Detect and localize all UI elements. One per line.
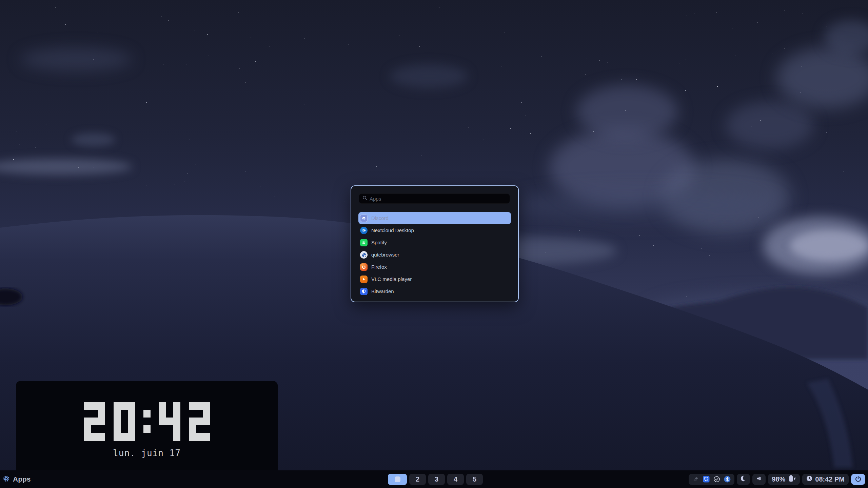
launcher-app-list: Discord Nextcloud Desktop Spotify qutebr… (358, 212, 511, 298)
vlc-app-icon (360, 276, 368, 283)
bitwarden-tray-icon[interactable] (703, 476, 710, 483)
search-input[interactable] (369, 196, 510, 202)
app-label: qutebrowser (371, 252, 399, 258)
volume-control[interactable] (752, 474, 766, 485)
status-bar: Apps 2 3 4 5 (0, 470, 868, 488)
active-window-indicator (395, 476, 400, 482)
apps-button[interactable]: Apps (3, 470, 31, 488)
app-label: Discord (371, 215, 389, 221)
app-label: VLC media player (371, 276, 412, 282)
launcher-item-qutebrowser[interactable]: qutebrowser (358, 249, 511, 261)
app-label: Nextcloud Desktop (371, 227, 414, 233)
app-launcher: Discord Nextcloud Desktop Spotify qutebr… (351, 185, 519, 302)
clock-widget: lun. juin 17 (16, 381, 278, 472)
workspace-label: 5 (473, 475, 476, 483)
launcher-item-spotify[interactable]: Spotify (358, 237, 511, 248)
moon-icon (740, 475, 747, 484)
app-label: Bitwarden (371, 288, 394, 294)
system-tray (689, 474, 734, 485)
workspace-2-button[interactable]: 2 (409, 474, 426, 485)
discord-app-icon (360, 215, 368, 222)
workspace-label: 3 (435, 475, 438, 483)
battery-indicator: 98% (768, 474, 800, 485)
gear-icon (3, 475, 10, 484)
spotify-app-icon (360, 239, 368, 246)
qutebrowser-app-icon (360, 251, 368, 259)
app-label: Firefox (371, 264, 387, 270)
launcher-search-box[interactable] (359, 194, 510, 204)
workspace-3-button[interactable]: 3 (428, 474, 445, 485)
launcher-item-firefox[interactable]: Firefox (358, 261, 511, 273)
clock-date: lun. juin 17 (16, 448, 278, 458)
bluetooth-icon[interactable] (724, 476, 731, 483)
workspace-switcher: 2 3 4 5 (388, 470, 483, 488)
night-light-toggle[interactable] (737, 474, 750, 485)
workspace-4-button[interactable]: 4 (447, 474, 464, 485)
speaker-icon (756, 475, 763, 484)
battery-percent: 98% (772, 475, 785, 483)
workspace-label: 2 (416, 475, 419, 483)
transfer-arrows-icon[interactable] (692, 476, 699, 483)
clock-time-display (16, 402, 278, 441)
launcher-item-vlc[interactable]: VLC media player (358, 273, 511, 285)
apps-button-label: Apps (13, 475, 31, 483)
search-icon (362, 195, 368, 202)
launcher-item-nextcloud[interactable]: Nextcloud Desktop (358, 224, 511, 236)
workspace-1-button[interactable] (388, 474, 407, 485)
bitwarden-app-icon (360, 288, 368, 295)
launcher-item-discord[interactable]: Discord (358, 212, 511, 224)
power-icon (855, 475, 862, 483)
firefox-app-icon (360, 263, 368, 271)
battery-charging-icon (787, 474, 796, 484)
app-label: Spotify (371, 240, 387, 245)
bar-clock-label: 08:42 PM (815, 475, 845, 483)
power-button[interactable] (851, 474, 865, 485)
check-circle-icon[interactable] (713, 476, 720, 483)
nextcloud-app-icon (360, 227, 368, 234)
clock-icon (806, 475, 812, 483)
workspace-5-button[interactable]: 5 (466, 474, 483, 485)
workspace-label: 4 (454, 475, 457, 483)
system-tray-area: 98% 08:42 PM (689, 470, 865, 488)
bar-clock: 08:42 PM (802, 474, 849, 485)
launcher-item-bitwarden[interactable]: Bitwarden (358, 285, 511, 297)
